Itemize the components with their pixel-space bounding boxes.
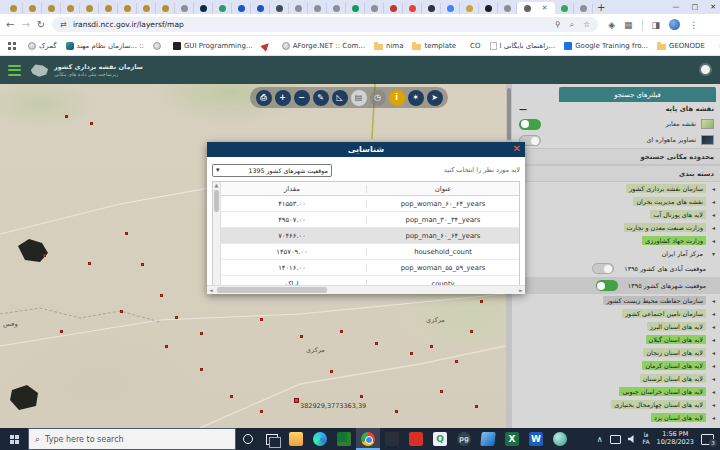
browser-tab[interactable] (232, 3, 251, 14)
tree-item[interactable]: ◂ لایه های استان لرستان (513, 372, 720, 385)
table-row[interactable]: pop_man_۶۰_۶۴_years ۷۰۴۶۶.۰۰ (213, 228, 519, 244)
table-row[interactable]: pop_man_۳۰_۳۴_years ۴۹۵۰۷.۰۰ (213, 212, 519, 228)
browser-tab[interactable] (403, 3, 422, 14)
start-button[interactable] (0, 428, 28, 450)
basemap-row[interactable]: نقشه معابر (513, 116, 720, 132)
taskbar-app-button[interactable]: X (500, 428, 524, 450)
browser-tab[interactable] (422, 3, 441, 14)
chevron-icon[interactable]: ◂ (709, 198, 715, 205)
shield-icon[interactable]: ◈ (608, 20, 615, 30)
browser-tab[interactable] (441, 3, 460, 14)
tree-item[interactable]: ◂ سازمان حفاظت محیط زیست کشور (513, 294, 720, 307)
map-tool-button[interactable]: ✶ (408, 90, 424, 106)
browser-tab[interactable] (289, 3, 308, 14)
layer-toggle-row[interactable]: موقعیت شهرهای کشور ۱۳۹۵ (513, 277, 720, 294)
maximize-button[interactable]: □ (692, 3, 699, 11)
taskbar-search[interactable]: ⌕ Type here to search (28, 428, 236, 450)
horizontal-scrollbar[interactable]: ◄ ► (207, 285, 525, 294)
browser-tab[interactable] (365, 3, 384, 14)
browser-tab[interactable] (118, 3, 137, 14)
url-text[interactable]: iransdi.ncc.gov.ir/layersf/map (73, 20, 546, 29)
browser-tab[interactable] (213, 3, 232, 14)
minimize-button[interactable]: — (673, 3, 680, 11)
map-tool-button[interactable]: ◺ (332, 90, 348, 106)
scrollbar-thumb[interactable] (214, 190, 219, 212)
chevron-icon[interactable]: ◂ (709, 388, 715, 395)
notification-center-icon[interactable]: 3 (701, 434, 714, 445)
browser-tab[interactable] (270, 3, 289, 14)
dialog-titlebar[interactable]: شناسایی ✕ (207, 142, 525, 157)
scrollbar-thumb[interactable] (217, 287, 327, 293)
tree-item[interactable]: ◂ لایه های استان البرز (513, 320, 720, 333)
tree-item[interactable]: ◂ لایه های استان خراسان جنوبی (513, 385, 720, 398)
extensions-icon[interactable]: ▦ (624, 20, 633, 30)
taskbar-clock[interactable]: 1:56 PM 10/28/2023 (657, 431, 694, 447)
basemap-row[interactable]: تصاویر ماهواره ای (513, 132, 720, 148)
tree-item[interactable]: ◂ لایه های استان زنجان (513, 346, 720, 359)
bookmark-item[interactable]: nima (374, 42, 404, 50)
close-button[interactable]: ✕ (710, 3, 716, 11)
tree-item[interactable]: ◂ لایه های استان کرمان (513, 359, 720, 372)
browser-tab[interactable] (479, 3, 498, 14)
menu-icon[interactable]: ⋮ (689, 20, 698, 30)
cortana-button[interactable] (236, 428, 260, 450)
bookmark-item[interactable]: » (714, 42, 720, 50)
taskbar-app-button[interactable]: Q (428, 428, 452, 450)
map-tool-button[interactable]: ➤ (427, 90, 443, 106)
chevron-icon[interactable]: ◂ (709, 349, 715, 356)
taskbar-app-button[interactable] (476, 428, 500, 450)
bookmark-item[interactable]: Google Training fro... (564, 42, 648, 50)
task-view-button[interactable] (260, 428, 284, 450)
map-tool-button[interactable]: ▤ (351, 90, 367, 106)
taskbar-app-button[interactable] (380, 428, 404, 450)
bookmark-item[interactable]: GEONODE (657, 42, 705, 50)
chevron-icon[interactable]: ◂ (709, 401, 715, 408)
basemap-toggle[interactable] (519, 119, 541, 130)
table-row[interactable]: pop_woman_۵۵_۵۹_years ۱۴۰۱۶.۰۰ (213, 260, 519, 276)
table-row[interactable]: household_count ۱۴۵۷۰۹.۰۰ (213, 244, 519, 260)
browser-tab[interactable] (346, 3, 365, 14)
chevron-icon[interactable]: ◂ (709, 237, 715, 244)
tree-item[interactable]: ◂ لایه های استان گیلان (513, 333, 720, 346)
bookmark-item[interactable]: CO (465, 42, 480, 50)
sidebar-collapse-knob[interactable] (699, 63, 712, 76)
tree-item[interactable]: ◂ سازمان تامین اجتماعی کشور (513, 307, 720, 320)
profile-avatar[interactable] (669, 19, 680, 30)
browser-tab[interactable] (555, 3, 574, 14)
browser-tab[interactable] (498, 3, 517, 14)
browser-tab[interactable] (574, 3, 593, 14)
bookmark-item[interactable] (153, 42, 164, 50)
scroll-up-icon[interactable]: ▲ (213, 182, 220, 189)
bookmark-item[interactable]: template (412, 42, 456, 50)
taskbar-app-button[interactable] (356, 428, 380, 450)
tree-item[interactable]: ◂ لایه های پورتال آب (513, 208, 720, 221)
tree-item[interactable]: ◂ نقشه های مدیریت بحران (513, 195, 720, 208)
map-tool-button[interactable]: ◷ (370, 90, 386, 106)
browser-tab[interactable] (80, 3, 99, 14)
chevron-icon[interactable]: ◂ (709, 310, 715, 317)
tree-item[interactable]: ▾ مرکز آمار ایران (513, 247, 720, 260)
chevron-icon[interactable]: ◂ (709, 185, 715, 192)
vertical-scrollbar[interactable]: ▲ (213, 182, 221, 285)
tree-item[interactable]: ◂ وزارت صنعت معدن و تجارت (513, 221, 720, 234)
side-panel-icon[interactable]: ◨ (652, 20, 661, 30)
map-tool-button[interactable]: + (275, 90, 291, 106)
address-bar[interactable]: ⇄ iransdi.ncc.gov.ir/layersf/map ⚲ ⌕ ☆ (52, 17, 598, 32)
zoom-icon[interactable]: ⌕ (570, 20, 574, 30)
category-section-header[interactable]: دسته بندی (513, 165, 720, 182)
layer-toggle[interactable] (596, 280, 618, 291)
bookmark-item[interactable]: GUI Programming... (173, 42, 253, 50)
tab-search-filters[interactable]: فیلترهای جستجو (559, 87, 716, 102)
menu-hamburger-icon[interactable] (8, 65, 21, 76)
browser-tab[interactable] (99, 3, 118, 14)
tree-item[interactable]: ◂ لایه های استان چهارمحال بختیاری (513, 398, 720, 411)
browser-tab[interactable] (384, 3, 403, 14)
bookmark-item[interactable]: گمرک (28, 42, 57, 50)
key-icon[interactable]: ⚲ (555, 20, 561, 29)
bookmark-star-icon[interactable]: ☆ (583, 20, 590, 29)
map-tool-button[interactable]: ⎙ (256, 90, 272, 106)
layer-toggle[interactable] (592, 263, 614, 274)
browser-tab[interactable] (194, 3, 213, 14)
map-tool-button[interactable]: − (294, 90, 310, 106)
extent-section-header[interactable]: محدوده مکانی جستجو (513, 148, 720, 165)
